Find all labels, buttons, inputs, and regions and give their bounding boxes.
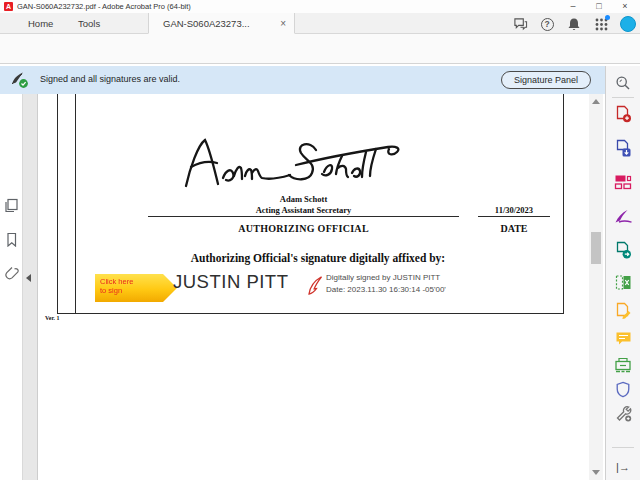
organize-pages-icon[interactable] [612, 171, 634, 193]
tab-tools[interactable]: Tools [78, 13, 100, 34]
bookmarks-icon[interactable] [4, 232, 19, 247]
export-to-excel-icon[interactable] [612, 271, 634, 293]
version-label: Ver. 1 [45, 315, 60, 321]
date-line [478, 216, 550, 217]
acrobat-app-icon: A [4, 2, 13, 11]
signature-status-bar: Signed and all signatures are valid. Sig… [0, 66, 605, 94]
user-avatar[interactable] [620, 16, 636, 32]
feedback-icon[interactable] [512, 16, 528, 32]
sidebar-divider [612, 97, 634, 98]
request-signatures-icon[interactable] [612, 300, 634, 322]
main-toolbar: 5 / 12 94% ▼ ▼ ... [0, 34, 640, 64]
send-for-review-icon[interactable] [612, 239, 634, 261]
tab-document[interactable]: GAN-S060A23273... × [148, 13, 295, 34]
vertical-scrollbar[interactable] [589, 94, 603, 480]
digital-signature-details: Digitally signed by JUSTIN PITT Date: 20… [326, 272, 446, 295]
signature-name-block: Adam Schott Acting Assistant Secretary [148, 194, 459, 216]
tab-document-label: GAN-S060A23273... [163, 18, 250, 29]
pdf-page: Adam Schott Acting Assistant Secretary A… [37, 94, 589, 480]
digital-signature-field[interactable]: JUSTIN PITT [173, 271, 288, 293]
table-border-left [57, 94, 58, 313]
comment-tool-icon[interactable] [612, 328, 634, 350]
tab-home[interactable]: Home [28, 13, 53, 34]
window-title: GAN-S060A232732.pdf - Adobe Acrobat Pro … [17, 1, 191, 12]
handwritten-signature-image [178, 132, 418, 194]
notifications-bell-icon[interactable] [566, 16, 582, 32]
digital-signature-line2: Date: 2023.11.30 16:30:14 -05'00' [326, 284, 446, 296]
maximize-button[interactable]: □ [586, 0, 612, 13]
sidebar-divider [612, 447, 634, 448]
acrobat-signature-quill-icon [306, 275, 325, 296]
more-tools-icon[interactable] [612, 402, 634, 424]
left-nav-panel [0, 94, 23, 480]
date-value: 11/30/2023 [478, 205, 550, 215]
digital-signature-line1: Digitally signed by JUSTIN PITT [326, 272, 446, 284]
close-button[interactable]: × [612, 0, 638, 13]
apps-grid-badge [605, 15, 610, 20]
click-to-sign-line1: Click here [100, 277, 177, 286]
table-border-bottom [57, 313, 564, 314]
protect-icon[interactable] [612, 378, 634, 400]
scroll-down-icon[interactable] [592, 470, 600, 475]
scroll-up-icon[interactable] [592, 99, 600, 104]
signature-panel-button[interactable]: Signature Panel [501, 71, 591, 89]
tools-sidebar: |→ [605, 66, 640, 480]
tab-bar: Home Tools GAN-S060A23273... × ? [0, 13, 640, 34]
help-icon[interactable]: ? [539, 16, 555, 32]
signature-line [148, 216, 459, 217]
authorizing-official-title: Acting Assistant Secretary [148, 205, 459, 216]
click-here-to-sign-tag[interactable]: Click here to sign [95, 274, 177, 302]
signature-status-message: Signed and all signatures are valid. [40, 74, 180, 84]
authorizing-official-name: Adam Schott [148, 194, 459, 205]
authorizing-official-label: AUTHORIZING OFFICIAL [148, 223, 459, 234]
attachments-paperclip-icon[interactable] [4, 266, 19, 281]
collapse-left-panel-icon[interactable] [26, 274, 31, 282]
create-pdf-icon[interactable] [612, 103, 634, 125]
digitally-affixed-heading: Authorizing Official's signature digital… [138, 252, 498, 264]
scrollbar-thumb[interactable] [591, 232, 601, 264]
scan-and-ocr-icon[interactable] [612, 354, 634, 376]
fill-and-sign-icon[interactable] [612, 205, 634, 227]
date-label: DATE [478, 223, 550, 234]
click-to-sign-line2: to sign [100, 286, 177, 295]
expand-panel-icon[interactable]: |→ [612, 456, 634, 478]
table-border-right [563, 94, 564, 313]
page-thumbnails-icon[interactable] [4, 198, 19, 213]
signature-valid-icon [10, 71, 30, 89]
export-pdf-icon[interactable] [612, 137, 634, 159]
tab-close-icon[interactable]: × [280, 13, 286, 34]
title-bar: A GAN-S060A232732.pdf - Adobe Acrobat Pr… [0, 0, 640, 13]
apps-grid-icon[interactable] [593, 16, 609, 32]
search-icon[interactable] [612, 72, 634, 94]
acrobat-window: A GAN-S060A232732.pdf - Adobe Acrobat Pr… [0, 0, 640, 480]
table-border-inner [75, 94, 76, 313]
minimize-button[interactable]: – [560, 0, 586, 13]
document-canvas [23, 94, 37, 480]
